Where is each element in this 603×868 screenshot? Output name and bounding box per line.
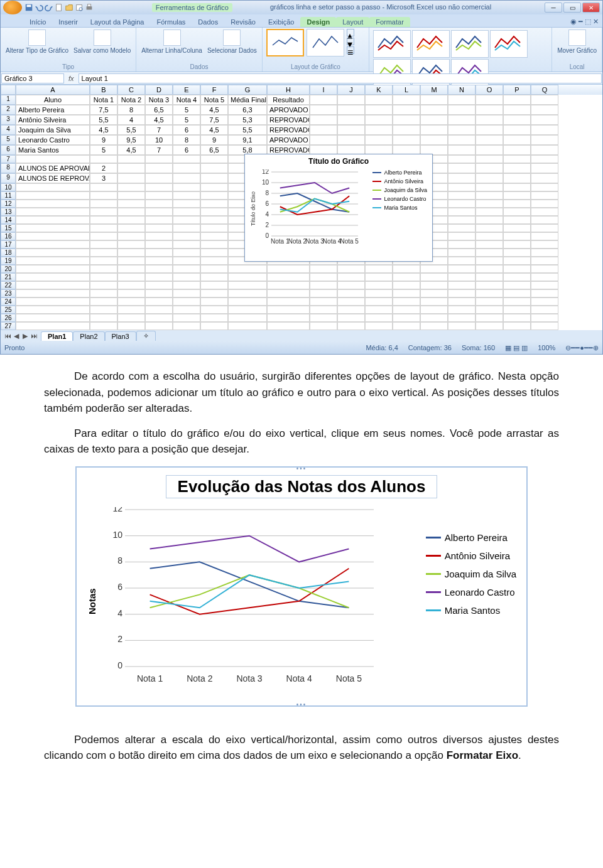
row-header[interactable]: 1 — [1, 95, 16, 105]
cell[interactable] — [475, 297, 503, 306]
move-chart-button[interactable]: Mover Gráfico — [556, 29, 598, 55]
cell[interactable] — [90, 306, 117, 314]
row-header[interactable]: 24 — [1, 297, 16, 306]
cell[interactable] — [16, 289, 90, 297]
cell[interactable] — [90, 314, 117, 322]
cell[interactable] — [475, 273, 503, 281]
legend-item[interactable]: Leonardo Castro — [426, 587, 516, 597]
cell[interactable] — [90, 273, 117, 281]
tab-formatar[interactable]: Formatar — [369, 17, 410, 27]
cell[interactable] — [90, 322, 117, 330]
cell[interactable] — [448, 257, 475, 265]
cell[interactable] — [90, 208, 117, 216]
cell[interactable] — [337, 273, 365, 281]
cell[interactable]: 8 — [173, 135, 200, 145]
formula-input[interactable]: Layout 1 — [79, 73, 602, 83]
tab-nav-last[interactable]: ⏭ — [30, 332, 38, 340]
cell[interactable] — [117, 155, 145, 163]
cell[interactable]: 4,5 — [145, 115, 173, 125]
cell[interactable] — [420, 265, 448, 273]
cell[interactable] — [448, 289, 475, 297]
cell[interactable]: 5 — [173, 115, 200, 125]
cell[interactable]: APROVADO — [267, 105, 310, 115]
cell[interactable]: 7,5 — [200, 115, 228, 125]
cell[interactable]: 4,5 — [200, 125, 228, 135]
cell[interactable] — [420, 322, 448, 330]
cell[interactable]: 5 — [90, 145, 117, 155]
cell[interactable] — [420, 297, 448, 306]
cell[interactable] — [448, 265, 475, 273]
row-header[interactable]: 25 — [1, 306, 16, 314]
tab-design[interactable]: Design — [300, 17, 336, 27]
cell[interactable] — [16, 224, 90, 232]
cell[interactable] — [90, 289, 117, 297]
cell[interactable] — [16, 232, 90, 240]
tab-inicio[interactable]: Início — [23, 17, 52, 27]
new-icon[interactable] — [55, 3, 63, 12]
cell[interactable] — [90, 183, 117, 191]
cell[interactable] — [503, 289, 531, 297]
big-chart-plot-area[interactable]: 024681012Nota 1Nota 2Nota 3Nota 4Nota 5 — [106, 507, 417, 695]
save-as-template-button[interactable]: Salvar como Modelo — [72, 29, 132, 55]
tab-nav-prev[interactable]: ◀ — [12, 332, 21, 340]
column-header[interactable]: P — [503, 85, 531, 95]
column-header[interactable]: C — [117, 85, 145, 95]
cell[interactable] — [310, 95, 337, 105]
cell[interactable] — [531, 240, 558, 249]
cell[interactable]: Nota 5 — [200, 95, 228, 105]
cell[interactable] — [503, 115, 531, 125]
chart-layout-thumb[interactable] — [266, 29, 304, 56]
cell[interactable]: 4,5 — [200, 105, 228, 115]
cell[interactable] — [420, 273, 448, 281]
cell[interactable] — [393, 95, 420, 105]
cell[interactable]: ALUNOS DE REPROVADOS — [16, 173, 90, 183]
cell[interactable] — [531, 216, 558, 224]
cell[interactable] — [503, 265, 531, 273]
cell[interactable] — [337, 322, 365, 330]
cell[interactable] — [310, 281, 337, 289]
cell[interactable] — [448, 297, 475, 306]
cell[interactable] — [503, 297, 531, 306]
cell[interactable] — [448, 208, 475, 216]
cell[interactable] — [503, 145, 531, 155]
cell[interactable]: 9 — [90, 135, 117, 145]
cell[interactable] — [475, 224, 503, 232]
cell[interactable] — [173, 289, 200, 297]
chart-plot-area[interactable]: 024681012Nota 1Nota 2Nota 3Nota 4Nota 5 — [260, 169, 365, 247]
cell[interactable] — [200, 297, 228, 306]
tab-nav-first[interactable]: ⏮ — [3, 332, 12, 340]
cell[interactable] — [117, 257, 145, 265]
cell[interactable] — [117, 306, 145, 314]
cell[interactable] — [503, 173, 531, 183]
cell[interactable] — [475, 105, 503, 115]
cell[interactable] — [365, 289, 393, 297]
cell[interactable] — [145, 200, 173, 208]
cell[interactable] — [420, 135, 448, 145]
cell[interactable] — [531, 273, 558, 281]
cell[interactable] — [475, 115, 503, 125]
cell[interactable] — [531, 105, 558, 115]
cell[interactable] — [337, 297, 365, 306]
cell[interactable]: 6 — [173, 125, 200, 135]
cell[interactable] — [117, 322, 145, 330]
cell[interactable] — [145, 265, 173, 273]
legend-item[interactable]: Maria Santos — [426, 605, 516, 616]
cell[interactable] — [448, 115, 475, 125]
cell[interactable] — [503, 322, 531, 330]
cell[interactable] — [448, 105, 475, 115]
cell[interactable] — [267, 273, 310, 281]
cell[interactable] — [90, 224, 117, 232]
minimize-button[interactable]: ─ — [545, 3, 562, 13]
cell[interactable] — [117, 224, 145, 232]
row-header[interactable]: 4 — [1, 125, 16, 135]
cell[interactable] — [365, 314, 393, 322]
cell[interactable] — [145, 232, 173, 240]
cell[interactable]: Aluno — [16, 95, 90, 105]
cell[interactable] — [90, 265, 117, 273]
chart-y-axis-title[interactable]: Título do Eixo — [250, 169, 256, 247]
cell[interactable] — [228, 306, 267, 314]
cell[interactable]: Resultado — [267, 95, 310, 105]
cell[interactable] — [475, 173, 503, 183]
cell[interactable] — [531, 115, 558, 125]
cell[interactable] — [173, 297, 200, 306]
